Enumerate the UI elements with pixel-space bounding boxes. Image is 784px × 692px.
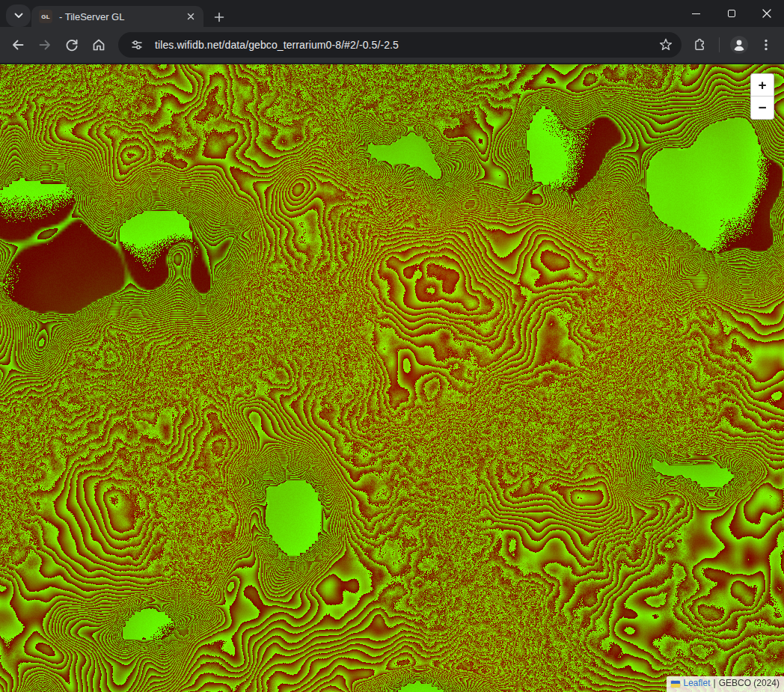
close-window-button[interactable] <box>749 0 784 27</box>
map-zoom-in-button[interactable]: + <box>751 74 774 97</box>
close-icon <box>187 13 195 20</box>
browser-toolbar: tiles.wifidb.net/data/gebco_terrarium0-8… <box>0 27 784 64</box>
avatar-icon <box>729 35 749 55</box>
reload-icon <box>64 37 79 52</box>
menu-button[interactable] <box>753 31 780 58</box>
close-icon <box>762 9 771 18</box>
home-button[interactable] <box>85 31 112 58</box>
address-bar[interactable]: tiles.wifidb.net/data/gebco_terrarium0-8… <box>118 32 682 58</box>
reload-button[interactable] <box>58 31 85 58</box>
forward-button[interactable] <box>31 31 58 58</box>
map-attribution: Leaflet | GEBCO (2024) <box>667 676 784 692</box>
ukraine-flag-icon <box>671 681 680 688</box>
bookmark-button[interactable] <box>655 34 677 56</box>
tileserver-gl-favicon: GL <box>39 10 52 23</box>
attribution-credit: GEBCO (2024) <box>719 678 780 690</box>
tab-search-button[interactable] <box>6 4 31 27</box>
toolbar-divider <box>719 37 720 52</box>
home-icon <box>91 37 106 52</box>
map-tiles-canvas[interactable] <box>0 64 784 692</box>
forward-arrow-icon <box>37 37 52 52</box>
minimize-icon <box>692 13 700 14</box>
maximize-icon <box>728 10 735 17</box>
back-button[interactable] <box>4 31 31 58</box>
new-tab-button[interactable] <box>210 8 228 26</box>
window-controls <box>679 0 784 27</box>
extensions-button[interactable] <box>686 31 713 58</box>
tune-icon <box>131 39 143 51</box>
tab-close-button[interactable] <box>184 10 197 23</box>
leaflet-link[interactable]: Leaflet <box>683 678 710 690</box>
chevron-down-icon <box>14 13 23 19</box>
map-viewport[interactable]: + − Leaflet | GEBCO (2024) <box>0 64 784 692</box>
minimize-button[interactable] <box>679 0 714 27</box>
plus-icon <box>214 12 224 22</box>
map-zoom-control: + − <box>750 73 774 120</box>
kebab-menu-icon <box>759 37 774 52</box>
profile-button[interactable] <box>726 31 753 58</box>
puzzle-icon <box>692 37 707 52</box>
attribution-separator: | <box>714 678 716 690</box>
maximize-button[interactable] <box>714 0 749 27</box>
back-arrow-icon <box>10 37 25 52</box>
map-zoom-out-button[interactable]: − <box>751 97 774 119</box>
star-icon <box>659 38 673 52</box>
browser-tab[interactable]: GL - TileServer GL <box>31 6 203 27</box>
url-text[interactable]: tiles.wifidb.net/data/gebco_terrarium0-8… <box>155 39 655 51</box>
tab-strip: GL - TileServer GL <box>0 0 784 27</box>
browser-window: GL - TileServer GL <box>0 0 784 692</box>
site-settings-button[interactable] <box>126 34 147 55</box>
tab-title: - TileServer GL <box>59 11 184 22</box>
